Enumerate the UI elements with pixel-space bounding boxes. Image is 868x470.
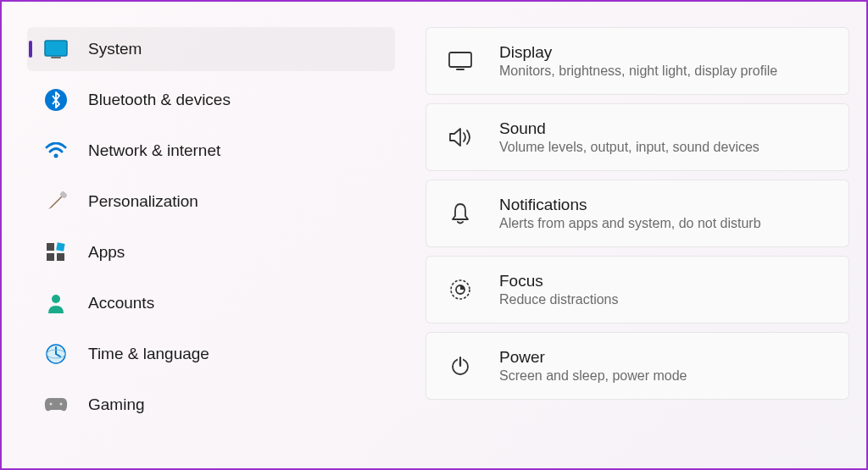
gamepad-icon (44, 393, 68, 417)
sidebar-item-label: Apps (88, 243, 125, 262)
sidebar-item-label: Accounts (88, 294, 154, 312)
card-power[interactable]: Power Screen and sleep, power mode (426, 332, 849, 400)
card-text: Display Monitors, brightness, night ligh… (499, 43, 832, 79)
sidebar-item-personalization[interactable]: Personalization (27, 180, 395, 224)
card-title: Focus (499, 272, 832, 290)
card-display[interactable]: Display Monitors, brightness, night ligh… (426, 27, 849, 95)
card-text: Power Screen and sleep, power mode (499, 348, 832, 384)
svg-rect-5 (47, 243, 54, 251)
apps-icon (44, 241, 68, 264)
svg-rect-1 (51, 57, 61, 58)
card-focus[interactable]: Focus Reduce distractions (426, 256, 849, 323)
card-title: Notifications (499, 196, 832, 214)
clock-globe-icon (44, 342, 68, 366)
paintbrush-icon (44, 190, 68, 213)
card-desc: Volume levels, output, input, sound devi… (499, 140, 832, 155)
card-desc: Monitors, brightness, night light, displ… (499, 64, 832, 79)
svg-point-9 (52, 295, 60, 303)
sidebar: System Bluetooth & devices Network & int… (2, 10, 409, 468)
svg-rect-7 (47, 253, 54, 261)
sidebar-item-label: System (88, 40, 142, 58)
sidebar-item-label: Personalization (88, 192, 198, 211)
svg-rect-8 (57, 253, 64, 261)
svg-point-3 (54, 154, 58, 158)
card-title: Display (499, 43, 832, 62)
svg-rect-0 (45, 41, 67, 56)
card-desc: Reduce distractions (499, 292, 832, 307)
power-icon (447, 352, 474, 379)
sidebar-item-label: Bluetooth & devices (88, 91, 231, 109)
bluetooth-icon (44, 88, 68, 112)
sidebar-item-apps[interactable]: Apps (27, 230, 395, 274)
system-icon (44, 37, 68, 61)
display-icon (447, 47, 474, 75)
card-notifications[interactable]: Notifications Alerts from apps and syste… (426, 180, 849, 247)
focus-icon (447, 276, 474, 303)
svg-rect-14 (449, 53, 471, 67)
sidebar-item-label: Gaming (88, 395, 145, 414)
content-area: Display Monitors, brightness, night ligh… (409, 10, 866, 468)
sidebar-item-network[interactable]: Network & internet (27, 129, 395, 173)
card-desc: Screen and sleep, power mode (499, 368, 832, 384)
wifi-icon (44, 139, 68, 163)
card-title: Sound (499, 119, 832, 138)
card-text: Focus Reduce distractions (499, 272, 832, 307)
svg-rect-6 (56, 242, 64, 251)
sidebar-item-bluetooth[interactable]: Bluetooth & devices (27, 78, 395, 122)
svg-rect-15 (456, 69, 465, 70)
sidebar-item-time-language[interactable]: Time & language (27, 332, 395, 376)
sidebar-item-label: Network & internet (88, 141, 220, 160)
svg-point-12 (50, 403, 53, 406)
sidebar-item-system[interactable]: System (27, 27, 395, 71)
person-icon (44, 291, 68, 315)
card-title: Power (499, 348, 832, 367)
sidebar-item-accounts[interactable]: Accounts (27, 281, 395, 325)
card-desc: Alerts from apps and system, do not dist… (499, 216, 832, 231)
bell-icon (447, 200, 474, 227)
card-text: Notifications Alerts from apps and syste… (499, 196, 832, 231)
svg-point-13 (60, 403, 63, 406)
sound-icon (447, 124, 474, 151)
sidebar-item-gaming[interactable]: Gaming (27, 383, 395, 427)
card-text: Sound Volume levels, output, input, soun… (499, 119, 832, 155)
card-sound[interactable]: Sound Volume levels, output, input, soun… (426, 103, 849, 171)
sidebar-item-label: Time & language (88, 345, 209, 363)
